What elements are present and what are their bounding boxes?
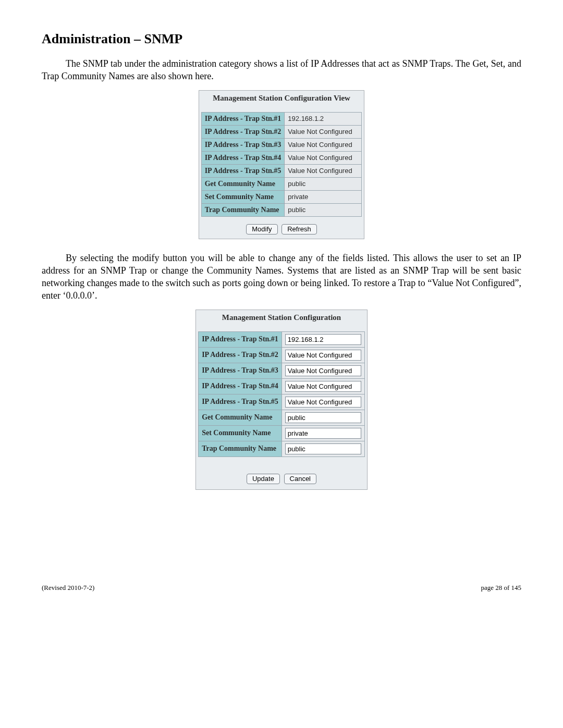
edit-trap-community-input[interactable] <box>285 443 361 454</box>
config-view-title: Management Station Configuration View <box>199 91 364 112</box>
trap-stn-5-value: Value Not Configured <box>285 164 362 177</box>
refresh-button[interactable]: Refresh <box>282 224 317 235</box>
table-row: IP Address - Trap Stn.#5 <box>199 394 365 410</box>
table-row: Get Community Name public <box>201 177 362 190</box>
trap-stn-4-label: IP Address - Trap Stn.#4 <box>201 151 285 164</box>
edit-trap-stn-2-label: IP Address - Trap Stn.#2 <box>199 347 282 363</box>
edit-get-community-label: Get Community Name <box>199 410 282 425</box>
table-row: Trap Community Name <box>199 441 365 456</box>
edit-set-community-label: Set Community Name <box>199 425 282 441</box>
modify-button[interactable]: Modify <box>246 224 277 235</box>
edit-trap-stn-4-label: IP Address - Trap Stn.#4 <box>199 378 282 394</box>
get-community-value: public <box>285 177 362 190</box>
trap-stn-3-label: IP Address - Trap Stn.#3 <box>201 138 285 151</box>
footer-page-number: page 28 of 145 <box>481 584 521 592</box>
set-community-label: Set Community Name <box>201 190 285 203</box>
get-community-label: Get Community Name <box>201 177 285 190</box>
config-edit-table: IP Address - Trap Stn.#1 IP Address - Tr… <box>198 331 365 457</box>
trap-stn-2-label: IP Address - Trap Stn.#2 <box>201 125 285 138</box>
trap-stn-3-value: Value Not Configured <box>285 138 362 151</box>
edit-get-community-input[interactable] <box>285 412 361 423</box>
trap-community-value: public <box>285 203 362 216</box>
table-row: Trap Community Name public <box>201 203 362 216</box>
table-row: Set Community Name private <box>201 190 362 203</box>
edit-set-community-input[interactable] <box>285 428 361 439</box>
update-button[interactable]: Update <box>247 474 280 484</box>
intro-paragraph-2: By selecting the modify button you will … <box>42 252 521 302</box>
table-row: IP Address - Trap Stn.#5 Value Not Confi… <box>201 164 362 177</box>
edit-trap-stn-5-input[interactable] <box>285 397 361 408</box>
page-title: Administration – SNMP <box>42 31 521 47</box>
config-view-panel: Management Station Configuration View IP… <box>199 90 365 239</box>
edit-trap-stn-2-input[interactable] <box>285 350 361 361</box>
config-view-table: IP Address - Trap Stn.#1 192.168.1.2 IP … <box>201 112 362 217</box>
config-edit-title: Management Station Configuration <box>196 310 367 331</box>
edit-trap-stn-3-input[interactable] <box>285 365 361 376</box>
edit-trap-stn-1-input[interactable] <box>285 334 361 345</box>
table-row: IP Address - Trap Stn.#2 <box>199 347 365 363</box>
trap-stn-1-label: IP Address - Trap Stn.#1 <box>201 112 285 125</box>
edit-trap-stn-3-label: IP Address - Trap Stn.#3 <box>199 363 282 378</box>
trap-community-label: Trap Community Name <box>201 203 285 216</box>
table-row: IP Address - Trap Stn.#1 <box>199 331 365 347</box>
edit-trap-stn-4-input[interactable] <box>285 381 361 392</box>
config-edit-panel: Management Station Configuration IP Addr… <box>195 310 368 490</box>
table-row: IP Address - Trap Stn.#1 192.168.1.2 <box>201 112 362 125</box>
page-footer: (Revised 2010-7-2) page 28 of 145 <box>42 584 521 592</box>
trap-stn-5-label: IP Address - Trap Stn.#5 <box>201 164 285 177</box>
table-row: Get Community Name <box>199 410 365 425</box>
intro-paragraph-1-text: The SNMP tab under the administration ca… <box>42 58 521 81</box>
edit-trap-stn-1-label: IP Address - Trap Stn.#1 <box>199 331 282 347</box>
intro-paragraph-1: The SNMP tab under the administration ca… <box>42 57 521 83</box>
table-row: IP Address - Trap Stn.#3 <box>199 363 365 378</box>
intro-paragraph-2-text: By selecting the modify button you will … <box>42 253 521 301</box>
cancel-button[interactable]: Cancel <box>284 474 316 484</box>
edit-trap-community-label: Trap Community Name <box>199 441 282 456</box>
table-row: IP Address - Trap Stn.#4 Value Not Confi… <box>201 151 362 164</box>
trap-stn-2-value: Value Not Configured <box>285 125 362 138</box>
set-community-value: private <box>285 190 362 203</box>
footer-revised: (Revised 2010-7-2) <box>42 584 94 591</box>
table-row: IP Address - Trap Stn.#2 Value Not Confi… <box>201 125 362 138</box>
table-row: Set Community Name <box>199 425 365 441</box>
trap-stn-4-value: Value Not Configured <box>285 151 362 164</box>
trap-stn-1-value: 192.168.1.2 <box>285 112 362 125</box>
edit-trap-stn-5-label: IP Address - Trap Stn.#5 <box>199 394 282 410</box>
table-row: IP Address - Trap Stn.#4 <box>199 378 365 394</box>
table-row: IP Address - Trap Stn.#3 Value Not Confi… <box>201 138 362 151</box>
